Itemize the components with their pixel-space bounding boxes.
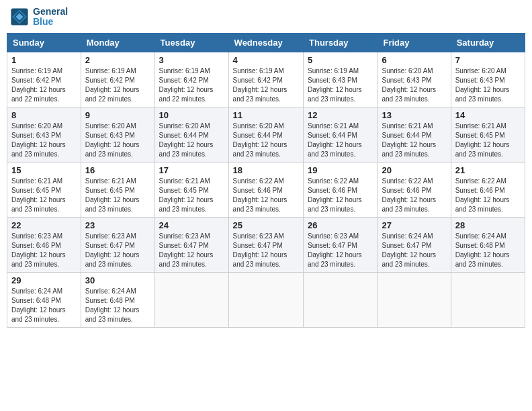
day-number: 14 xyxy=(455,110,521,120)
day-info: Sunrise: 6:24 AM Sunset: 6:47 PM Dayligh… xyxy=(382,232,446,269)
calendar-cell: 22 Sunrise: 6:23 AM Sunset: 6:46 PM Dayl… xyxy=(7,217,81,272)
calendar-cell: 19 Sunrise: 6:22 AM Sunset: 6:46 PM Dayl… xyxy=(304,162,378,217)
day-number: 21 xyxy=(455,165,521,175)
logo: General Blue xyxy=(10,7,68,28)
day-number: 4 xyxy=(233,55,299,65)
day-number: 23 xyxy=(85,220,150,230)
day-info: Sunrise: 6:23 AM Sunset: 6:47 PM Dayligh… xyxy=(308,232,373,269)
logo-text: General Blue xyxy=(33,7,68,28)
day-number: 6 xyxy=(382,55,446,65)
calendar-cell: 10 Sunrise: 6:20 AM Sunset: 6:44 PM Dayl… xyxy=(154,107,228,162)
day-number: 5 xyxy=(308,55,373,65)
day-number: 11 xyxy=(233,110,299,120)
col-header-monday: Monday xyxy=(81,33,154,52)
calendar-cell: 30 Sunrise: 6:24 AM Sunset: 6:48 PM Dayl… xyxy=(81,272,154,327)
day-info: Sunrise: 6:21 AM Sunset: 6:45 PM Dayligh… xyxy=(455,122,521,159)
day-info: Sunrise: 6:19 AM Sunset: 6:42 PM Dayligh… xyxy=(159,66,224,104)
calendar-cell: 29 Sunrise: 6:24 AM Sunset: 6:48 PM Dayl… xyxy=(7,272,81,327)
day-number: 12 xyxy=(308,110,373,120)
day-info: Sunrise: 6:20 AM Sunset: 6:44 PM Dayligh… xyxy=(233,122,299,159)
calendar-cell xyxy=(378,272,451,327)
day-number: 9 xyxy=(85,110,150,120)
calendar-cell: 9 Sunrise: 6:20 AM Sunset: 6:43 PM Dayli… xyxy=(81,107,154,162)
page-header: General Blue xyxy=(7,7,525,28)
calendar-cell xyxy=(228,272,303,327)
day-number: 30 xyxy=(85,275,150,285)
day-number: 1 xyxy=(11,55,77,65)
day-info: Sunrise: 6:19 AM Sunset: 6:42 PM Dayligh… xyxy=(85,66,150,104)
day-info: Sunrise: 6:22 AM Sunset: 6:46 PM Dayligh… xyxy=(233,177,299,214)
calendar-cell: 11 Sunrise: 6:20 AM Sunset: 6:44 PM Dayl… xyxy=(228,107,303,162)
day-number: 13 xyxy=(382,110,446,120)
calendar-cell xyxy=(451,272,525,327)
calendar-cell: 8 Sunrise: 6:20 AM Sunset: 6:43 PM Dayli… xyxy=(7,107,81,162)
calendar-cell: 6 Sunrise: 6:20 AM Sunset: 6:43 PM Dayli… xyxy=(378,52,451,107)
calendar-cell: 5 Sunrise: 6:19 AM Sunset: 6:43 PM Dayli… xyxy=(304,52,378,107)
day-number: 25 xyxy=(233,220,299,230)
day-info: Sunrise: 6:21 AM Sunset: 6:45 PM Dayligh… xyxy=(11,177,77,214)
day-number: 22 xyxy=(11,220,77,230)
day-info: Sunrise: 6:23 AM Sunset: 6:47 PM Dayligh… xyxy=(233,232,299,269)
calendar-cell: 12 Sunrise: 6:21 AM Sunset: 6:44 PM Dayl… xyxy=(304,107,378,162)
day-info: Sunrise: 6:20 AM Sunset: 6:43 PM Dayligh… xyxy=(382,66,446,104)
day-info: Sunrise: 6:24 AM Sunset: 6:48 PM Dayligh… xyxy=(11,287,77,324)
calendar-cell: 23 Sunrise: 6:23 AM Sunset: 6:47 PM Dayl… xyxy=(81,217,154,272)
col-header-sunday: Sunday xyxy=(7,33,81,52)
calendar-cell: 21 Sunrise: 6:22 AM Sunset: 6:46 PM Dayl… xyxy=(451,162,525,217)
calendar-cell: 24 Sunrise: 6:23 AM Sunset: 6:47 PM Dayl… xyxy=(154,217,228,272)
calendar-cell: 2 Sunrise: 6:19 AM Sunset: 6:42 PM Dayli… xyxy=(81,52,154,107)
day-info: Sunrise: 6:20 AM Sunset: 6:43 PM Dayligh… xyxy=(455,66,521,104)
day-number: 19 xyxy=(308,165,373,175)
day-number: 2 xyxy=(85,55,150,65)
day-info: Sunrise: 6:23 AM Sunset: 6:46 PM Dayligh… xyxy=(11,232,77,269)
day-info: Sunrise: 6:23 AM Sunset: 6:47 PM Dayligh… xyxy=(159,232,224,269)
day-info: Sunrise: 6:19 AM Sunset: 6:42 PM Dayligh… xyxy=(233,66,299,104)
day-info: Sunrise: 6:22 AM Sunset: 6:46 PM Dayligh… xyxy=(308,177,373,214)
day-info: Sunrise: 6:19 AM Sunset: 6:42 PM Dayligh… xyxy=(11,66,77,104)
day-number: 3 xyxy=(159,55,224,65)
calendar-cell: 13 Sunrise: 6:21 AM Sunset: 6:44 PM Dayl… xyxy=(378,107,451,162)
day-info: Sunrise: 6:23 AM Sunset: 6:47 PM Dayligh… xyxy=(85,232,150,269)
calendar-cell: 25 Sunrise: 6:23 AM Sunset: 6:47 PM Dayl… xyxy=(228,217,303,272)
calendar-cell: 15 Sunrise: 6:21 AM Sunset: 6:45 PM Dayl… xyxy=(7,162,81,217)
day-number: 20 xyxy=(382,165,446,175)
day-number: 7 xyxy=(455,55,521,65)
day-number: 15 xyxy=(11,165,77,175)
col-header-tuesday: Tuesday xyxy=(154,33,228,52)
calendar-cell: 26 Sunrise: 6:23 AM Sunset: 6:47 PM Dayl… xyxy=(304,217,378,272)
col-header-friday: Friday xyxy=(378,33,451,52)
calendar-cell: 14 Sunrise: 6:21 AM Sunset: 6:45 PM Dayl… xyxy=(451,107,525,162)
calendar-cell: 3 Sunrise: 6:19 AM Sunset: 6:42 PM Dayli… xyxy=(154,52,228,107)
calendar-cell: 7 Sunrise: 6:20 AM Sunset: 6:43 PM Dayli… xyxy=(451,52,525,107)
calendar-cell: 1 Sunrise: 6:19 AM Sunset: 6:42 PM Dayli… xyxy=(7,52,81,107)
day-number: 8 xyxy=(11,110,77,120)
day-info: Sunrise: 6:24 AM Sunset: 6:48 PM Dayligh… xyxy=(85,287,150,324)
day-number: 27 xyxy=(382,220,446,230)
day-number: 28 xyxy=(455,220,521,230)
day-info: Sunrise: 6:21 AM Sunset: 6:45 PM Dayligh… xyxy=(159,177,224,214)
day-info: Sunrise: 6:24 AM Sunset: 6:48 PM Dayligh… xyxy=(455,232,521,269)
day-number: 26 xyxy=(308,220,373,230)
calendar-cell xyxy=(154,272,228,327)
day-info: Sunrise: 6:20 AM Sunset: 6:43 PM Dayligh… xyxy=(85,122,150,159)
day-info: Sunrise: 6:20 AM Sunset: 6:44 PM Dayligh… xyxy=(159,122,224,159)
day-number: 17 xyxy=(159,165,224,175)
logo-icon xyxy=(10,7,29,26)
calendar-cell: 4 Sunrise: 6:19 AM Sunset: 6:42 PM Dayli… xyxy=(228,52,303,107)
calendar-cell: 16 Sunrise: 6:21 AM Sunset: 6:45 PM Dayl… xyxy=(81,162,154,217)
calendar-cell: 28 Sunrise: 6:24 AM Sunset: 6:48 PM Dayl… xyxy=(451,217,525,272)
calendar-cell: 18 Sunrise: 6:22 AM Sunset: 6:46 PM Dayl… xyxy=(228,162,303,217)
day-number: 24 xyxy=(159,220,224,230)
day-info: Sunrise: 6:21 AM Sunset: 6:44 PM Dayligh… xyxy=(308,122,373,159)
day-number: 16 xyxy=(85,165,150,175)
day-info: Sunrise: 6:21 AM Sunset: 6:44 PM Dayligh… xyxy=(382,122,446,159)
day-number: 10 xyxy=(159,110,224,120)
day-info: Sunrise: 6:19 AM Sunset: 6:43 PM Dayligh… xyxy=(308,66,373,104)
day-number: 18 xyxy=(233,165,299,175)
col-header-thursday: Thursday xyxy=(304,33,378,52)
col-header-saturday: Saturday xyxy=(451,33,525,52)
calendar-table: SundayMondayTuesdayWednesdayThursdayFrid… xyxy=(7,33,525,328)
calendar-cell: 27 Sunrise: 6:24 AM Sunset: 6:47 PM Dayl… xyxy=(378,217,451,272)
col-header-wednesday: Wednesday xyxy=(228,33,303,52)
day-info: Sunrise: 6:22 AM Sunset: 6:46 PM Dayligh… xyxy=(455,177,521,214)
